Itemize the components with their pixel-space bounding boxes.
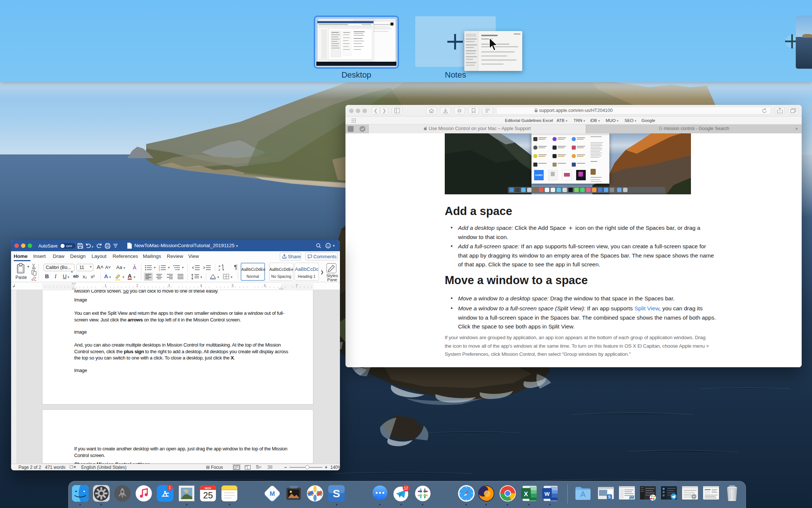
svg-text:12: 12 bbox=[404, 486, 408, 490]
svg-text:3: 3 bbox=[159, 269, 160, 271]
svg-text:NOV: NOV bbox=[205, 487, 211, 490]
svg-text:25: 25 bbox=[203, 490, 213, 500]
svg-text:X: X bbox=[524, 491, 528, 498]
svg-text:M: M bbox=[269, 490, 275, 497]
svg-text:A: A bbox=[219, 265, 221, 268]
svg-text:1: 1 bbox=[169, 485, 171, 490]
svg-text:W: W bbox=[544, 491, 550, 497]
svg-text:Z: Z bbox=[219, 268, 220, 271]
svg-text:S: S bbox=[608, 495, 611, 499]
svg-text:S: S bbox=[333, 487, 340, 500]
